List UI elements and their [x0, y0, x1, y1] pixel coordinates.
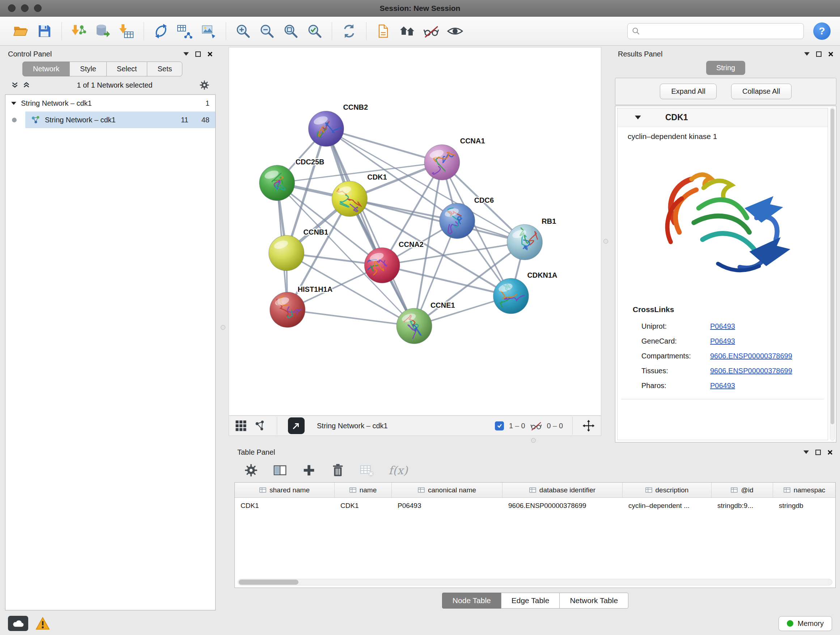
network-node-CCNA1[interactable] [424, 144, 460, 180]
search-field[interactable] [627, 23, 804, 39]
import-network-database-icon[interactable] [92, 20, 114, 42]
zoom-fit-icon[interactable] [279, 20, 302, 42]
open-in-new-window-button[interactable] [288, 417, 305, 434]
table-tab-edge-table[interactable]: Edge Table [501, 593, 560, 608]
network-view-canvas[interactable]: CCNB2CCNA1CDC25BCDK1CDC6RB1CCNB1CCNA2CDK… [229, 47, 601, 416]
maximize-panel-icon[interactable] [815, 450, 821, 455]
table-cell[interactable]: stringdb [773, 498, 836, 510]
crosslink-link[interactable]: P06493 [710, 382, 735, 390]
cloud-button[interactable] [8, 616, 28, 631]
delete-icon[interactable] [331, 463, 345, 478]
birds-eye-grid-icon[interactable] [235, 420, 247, 432]
network-node-CCNE1[interactable] [396, 309, 432, 344]
table-tab-node-table[interactable]: Node Table [442, 593, 501, 608]
insert-column-icon[interactable] [273, 463, 287, 478]
network-node-CDC25B[interactable] [259, 165, 295, 201]
collapse-all-icon[interactable] [11, 81, 19, 89]
network-image-export-icon[interactable] [197, 20, 220, 42]
import-table-icon[interactable] [115, 20, 138, 42]
home-icon[interactable] [396, 20, 418, 42]
network-node-CCNA2[interactable] [364, 248, 400, 283]
table-cell[interactable]: CDK1 [235, 498, 335, 510]
pan-crosshair-icon[interactable] [582, 419, 595, 432]
network-node-RB1[interactable] [507, 225, 542, 260]
network-node-CCNB2[interactable] [309, 111, 344, 147]
table-cell[interactable]: stringdb:9... [712, 498, 773, 510]
import-network-file-icon[interactable] [68, 20, 90, 42]
table-row[interactable]: CDK1CDK1P064939606.ENSP00000378699cyclin… [235, 498, 835, 510]
hidden-glasses-icon[interactable] [531, 420, 542, 432]
float-panel-icon[interactable] [183, 52, 189, 56]
close-panel-icon[interactable] [828, 51, 834, 57]
zoom-out-icon[interactable] [256, 20, 278, 42]
selected-nodes-checkbox-icon[interactable] [495, 421, 504, 431]
disclosure-triangle-icon[interactable] [11, 101, 17, 105]
disclosure-triangle-icon[interactable] [635, 115, 641, 120]
tab-select[interactable]: Select [106, 62, 148, 76]
network-collection-row[interactable]: String Network – cdk1 1 [5, 95, 215, 111]
column-header-shared-name[interactable]: shared name [235, 483, 335, 497]
results-scrollbar-thumb[interactable] [831, 109, 834, 424]
network-row[interactable]: String Network – cdk1 11 48 [5, 111, 215, 128]
protein-section-header[interactable]: CDK1 [617, 108, 828, 127]
float-panel-icon[interactable] [804, 52, 810, 56]
search-input[interactable] [644, 27, 799, 35]
warning-icon[interactable] [35, 617, 50, 630]
minimize-window-button[interactable] [21, 4, 28, 12]
tab-style[interactable]: Style [69, 62, 106, 76]
maximize-panel-icon[interactable] [195, 51, 201, 57]
close-window-button[interactable] [8, 4, 16, 12]
tab-string[interactable]: String [706, 61, 745, 75]
selected-network-row[interactable]: String Network – cdk1 11 48 [25, 111, 215, 128]
column-header-database-identifier[interactable]: database identifier [502, 483, 622, 497]
open-session-icon[interactable] [9, 20, 32, 42]
network-graph[interactable]: CCNB2CCNA1CDC25BCDK1CDC6RB1CCNB1CCNA2CDK… [229, 48, 601, 415]
zoom-in-icon[interactable] [232, 20, 254, 42]
maximize-window-button[interactable] [34, 4, 42, 12]
network-node-CDK1[interactable] [332, 181, 367, 217]
close-panel-icon[interactable] [827, 450, 833, 455]
tab-network[interactable]: Network [22, 62, 70, 76]
refresh-icon[interactable] [338, 20, 360, 42]
column-header-name[interactable]: name [335, 483, 392, 497]
memory-button[interactable]: Memory [778, 616, 832, 631]
float-panel-icon[interactable] [804, 450, 809, 454]
crosslink-link[interactable]: 9606.ENSP00000378699 [710, 352, 792, 360]
table-scrollbar-thumb[interactable] [239, 580, 298, 585]
save-session-icon[interactable] [33, 20, 56, 42]
network-node-CCNB1[interactable] [269, 235, 304, 271]
close-panel-icon[interactable] [207, 51, 213, 57]
expand-all-icon[interactable] [22, 81, 30, 89]
crosslink-link[interactable]: P06493 [710, 322, 735, 331]
splitter-handle[interactable] [603, 239, 608, 244]
table-horizontal-scrollbar[interactable] [238, 579, 832, 585]
column-header-canonical-name[interactable]: canonical name [392, 483, 502, 497]
tab-sets[interactable]: Sets [147, 62, 182, 76]
hide-glasses-icon[interactable] [420, 20, 442, 42]
add-row-icon[interactable] [302, 463, 316, 478]
collapse-all-button[interactable]: Collapse All [731, 84, 791, 99]
network-node-HIST1H1A[interactable] [270, 292, 305, 328]
network-from-table-icon[interactable] [174, 20, 196, 42]
table-cell[interactable]: cyclin–dependent ... [622, 498, 712, 510]
help-button[interactable]: ? [813, 22, 831, 40]
document-copy-icon[interactable] [372, 20, 395, 42]
zoom-selected-icon[interactable] [303, 20, 326, 42]
table-tab-network-table[interactable]: Network Table [559, 593, 628, 608]
eye-icon[interactable] [444, 20, 466, 42]
column-header-description[interactable]: description [622, 483, 712, 497]
gear-icon[interactable] [199, 80, 210, 90]
table-gear-icon[interactable] [244, 463, 258, 478]
new-network-icon[interactable] [150, 20, 172, 42]
network-node-CDC6[interactable] [439, 203, 475, 239]
crosslink-link[interactable]: 9606.ENSP00000378699 [710, 367, 792, 375]
column-header-namespac[interactable]: namespac [773, 483, 836, 497]
table-cell[interactable]: 9606.ENSP00000378699 [502, 498, 622, 510]
expand-all-button[interactable]: Expand All [660, 84, 717, 99]
share-network-icon[interactable] [254, 420, 266, 432]
splitter-handle[interactable] [221, 325, 225, 330]
table-cell[interactable]: P06493 [392, 498, 502, 510]
network-node-CDKN1A[interactable] [493, 279, 529, 314]
results-scrollbar[interactable] [830, 108, 835, 440]
function-builder-icon[interactable]: f(x) [388, 464, 408, 477]
